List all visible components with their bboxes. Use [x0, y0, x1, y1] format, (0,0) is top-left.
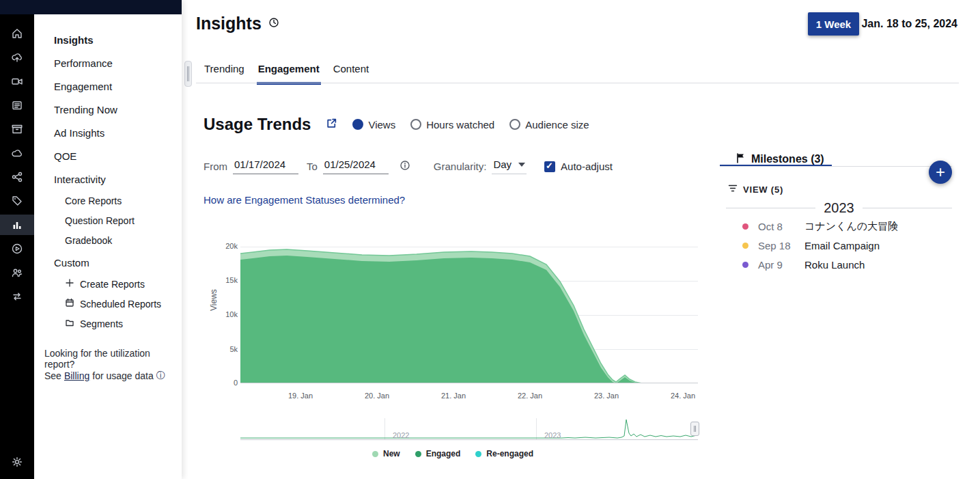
tab-content[interactable]: Content — [332, 63, 371, 85]
filter-icon — [728, 184, 738, 195]
sidebar-item-core-reports[interactable]: Core Reports — [65, 195, 122, 206]
navigator-year: 2023 — [544, 431, 561, 439]
info-icon[interactable]: ⓘ — [156, 370, 165, 382]
video-camera-icon[interactable] — [0, 71, 34, 92]
series-engaged-area — [240, 256, 698, 383]
billing-note-see: See — [44, 370, 61, 381]
milestone-date: Apr 9 — [758, 259, 794, 271]
milestone-item[interactable]: Sep 18 Email Campaign — [742, 239, 880, 251]
legend-reengaged[interactable]: Re-engaged — [475, 449, 533, 459]
swap-icon[interactable] — [0, 286, 34, 307]
date-info-icon[interactable] — [400, 160, 410, 173]
sidebar-item-segments[interactable]: Segments — [65, 318, 123, 329]
auto-adjust-label: Auto-adjust — [561, 161, 613, 172]
sidebar-item-scheduled-reports[interactable]: Scheduled Reports — [65, 298, 161, 310]
sidebar: Insights Performance Engagement Trending… — [34, 0, 182, 479]
sidebar-item-interactivity[interactable]: Interactivity — [54, 174, 106, 185]
to-label: To — [307, 161, 318, 172]
top-band — [0, 0, 182, 14]
folder-icon — [65, 318, 74, 329]
share-icon[interactable] — [0, 167, 34, 187]
legend-engaged-dot — [415, 451, 421, 457]
calendar-icon — [65, 298, 74, 310]
date-range-button[interactable]: 1 Week — [808, 12, 859, 36]
cloud-icon[interactable] — [0, 143, 34, 163]
navigator-year: 2022 — [393, 431, 409, 439]
legend-label: New — [383, 449, 400, 459]
utilization-note: Looking for the utilization report? — [44, 348, 167, 370]
sidebar-item-label: Segments — [80, 318, 123, 329]
metric-views[interactable]: Views — [352, 119, 395, 131]
bar-chart-icon[interactable] — [0, 215, 34, 235]
gear-icon[interactable] — [0, 452, 34, 472]
x-tick: 23. Jan — [594, 392, 619, 400]
x-tick: 19. Jan — [288, 392, 313, 400]
to-date-input[interactable] — [323, 159, 389, 174]
milestones-view-filter[interactable]: VIEW (5) — [728, 184, 783, 195]
metric-hours-watched[interactable]: Hours watched — [410, 119, 494, 131]
sidebar-item-engagement[interactable]: Engagement — [54, 81, 112, 92]
sidebar-item-label: Question Report — [65, 215, 135, 226]
radio-selected-icon — [352, 119, 363, 130]
play-circle-icon[interactable] — [0, 238, 34, 259]
milestone-date: Oct 8 — [758, 221, 794, 232]
navigator-handle[interactable] — [690, 422, 699, 436]
legend-reengaged-dot — [475, 451, 481, 457]
milestone-label: Roku Launch — [804, 259, 865, 271]
milestone-dot — [742, 243, 748, 249]
sidebar-item-custom[interactable]: Custom — [54, 257, 89, 269]
milestone-label: コナンくんの大冒険 — [804, 220, 898, 233]
from-date-input[interactable] — [233, 159, 298, 174]
billing-note-rest: for usage data — [92, 370, 154, 381]
clock-icon[interactable] — [268, 17, 279, 31]
tab-trending[interactable]: Trending — [203, 63, 246, 85]
sidebar-item-ad-insights[interactable]: Ad Insights — [54, 127, 104, 139]
usage-area-chart[interactable] — [240, 247, 698, 383]
sidebar-item-insights[interactable]: Insights — [54, 34, 94, 46]
sidebar-item-performance[interactable]: Performance — [54, 57, 113, 69]
legend-new-dot — [372, 451, 378, 457]
auto-adjust-checkbox[interactable] — [544, 161, 555, 172]
page-title: Insights — [196, 14, 262, 33]
add-milestone-button[interactable]: + — [929, 161, 952, 184]
billing-link[interactable]: Billing — [64, 370, 89, 381]
home-icon[interactable] — [0, 23, 34, 44]
sidebar-item-gradebook[interactable]: Gradebook — [65, 235, 112, 246]
filter-bar: From To Granularity: Day Auto-adjust — [204, 159, 613, 174]
sidebar-item-create-reports[interactable]: Create Reports — [65, 278, 145, 290]
tab-engagement[interactable]: Engagement — [257, 63, 321, 85]
usage-trends-header: Usage Trends Views Hours watched Audienc… — [204, 115, 589, 134]
legend-new[interactable]: New — [372, 449, 400, 459]
milestone-item[interactable]: Oct 8 コナンくんの大冒険 — [742, 220, 898, 232]
external-link-icon[interactable] — [326, 118, 337, 132]
chart-navigator[interactable]: 2022 2023 — [240, 417, 698, 441]
radio-icon — [509, 119, 520, 130]
milestone-item[interactable]: Apr 9 Roku Launch — [742, 258, 865, 271]
milestones-tab[interactable]: Milestones (3) — [736, 152, 824, 166]
sidebar-item-qoe[interactable]: QOE — [54, 150, 76, 162]
page-header: Insights — [196, 14, 279, 33]
users-icon[interactable] — [0, 262, 34, 283]
billing-note: See Billing for usage data ⓘ — [44, 370, 165, 382]
sidebar-item-trending-now[interactable]: Trending Now — [54, 104, 117, 115]
chart-legend: New Engaged Re-engaged — [372, 449, 533, 459]
granularity-value: Day — [493, 159, 512, 170]
tag-icon[interactable] — [0, 191, 34, 211]
panel-drag-handle[interactable] — [184, 61, 192, 87]
sidebar-item-question-report[interactable]: Question Report — [65, 215, 135, 226]
navigator-series-line — [240, 420, 698, 438]
engagement-statuses-link[interactable]: How are Engagement Statuses determined? — [204, 194, 405, 206]
legend-engaged[interactable]: Engaged — [415, 449, 461, 459]
x-tick: 20. Jan — [365, 392, 389, 400]
metric-audience-size[interactable]: Audience size — [509, 119, 589, 131]
granularity-select[interactable]: Day — [492, 159, 527, 174]
sidebar-item-label: Create Reports — [80, 279, 145, 290]
y-tick: 5k — [213, 345, 238, 353]
archive-box-icon[interactable] — [0, 119, 34, 139]
y-tick: 10k — [213, 310, 238, 318]
media-icon[interactable] — [0, 95, 34, 115]
x-tick: 21. Jan — [441, 392, 466, 400]
cloud-upload-icon[interactable] — [0, 47, 34, 68]
main-content: Insights 1 Week Jan. 18 to 25, 2024 Tren… — [182, 0, 980, 479]
from-label: From — [204, 161, 227, 172]
